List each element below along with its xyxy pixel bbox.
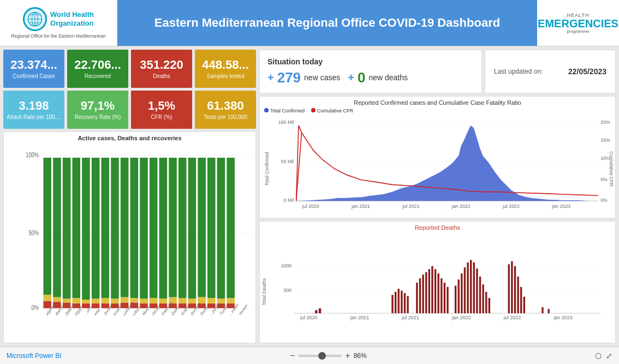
svg-rect-141 [444, 283, 445, 313]
svg-text:5%: 5% [600, 177, 608, 182]
svg-text:20%: 20% [600, 120, 610, 125]
svg-rect-128 [398, 289, 400, 313]
zoom-controls: − + 86% [290, 351, 367, 361]
svg-rect-41 [140, 299, 148, 304]
attack-rate-value: 3.198 [19, 99, 49, 112]
dashboard-title: Eastern Mediterranean Regional Office CO… [154, 16, 500, 30]
deaths-tile: 351.220 Deaths [131, 50, 192, 88]
who-logo-circle [23, 7, 47, 31]
svg-rect-125 [319, 308, 321, 313]
svg-rect-61 [207, 158, 216, 298]
new-cases-label: new cases [304, 73, 340, 82]
svg-rect-159 [520, 287, 522, 313]
svg-rect-67 [227, 158, 235, 298]
svg-rect-22 [82, 158, 90, 300]
confirmed-cases-chart: Reported Confirmed cases and Cumulative … [259, 96, 616, 218]
samples-tested-value: 448.58... [202, 58, 249, 71]
chart-legend: Total Confirmed Cumulative CFR [260, 107, 615, 115]
svg-rect-139 [438, 273, 439, 313]
svg-text:jul 2021: jul 2021 [402, 204, 419, 209]
svg-rect-147 [467, 262, 468, 313]
svg-rect-17 [63, 299, 71, 303]
logo-subtitle: Regional Office for the Eastern Mediterr… [11, 33, 105, 39]
svg-rect-130 [404, 293, 406, 313]
svg-rect-49 [169, 158, 177, 297]
svg-text:Total Deaths: Total Deaths [261, 278, 267, 305]
svg-rect-145 [461, 273, 462, 313]
powerbi-link[interactable]: Microsoft Power BI [7, 352, 62, 360]
svg-rect-52 [178, 158, 187, 298]
new-cases-value: 279 [277, 69, 301, 86]
cfr-value: 1,5% [148, 99, 175, 112]
svg-rect-11 [43, 295, 51, 301]
svg-rect-10 [43, 158, 51, 295]
recovery-rate-label: Recovery Rate (%) [75, 114, 121, 120]
svg-rect-16 [63, 158, 71, 299]
tests-per-100k-label: Tests per 100,000 [204, 114, 247, 120]
svg-rect-156 [511, 261, 513, 313]
svg-text:500: 500 [283, 288, 291, 293]
svg-rect-20 [72, 298, 80, 303]
svg-text:100%: 100% [26, 151, 39, 158]
svg-rect-134 [422, 275, 424, 313]
svg-rect-124 [315, 310, 317, 313]
recovered-tile: 22.706... Recovered [67, 50, 128, 88]
svg-text:15%: 15% [600, 138, 610, 143]
svg-text:0%: 0% [600, 198, 608, 203]
svg-rect-152 [482, 284, 484, 313]
situation-today-label: Situation today [267, 57, 474, 66]
zoom-minus-button[interactable]: − [290, 351, 295, 361]
fullscreen-icon[interactable]: ⤢ [606, 351, 612, 360]
svg-text:jul 2020: jul 2020 [302, 204, 319, 209]
dashboard-container: World Health Organization Regional Offic… [0, 0, 619, 364]
svg-text:jan 2021: jan 2021 [351, 204, 370, 209]
svg-rect-127 [395, 292, 396, 313]
svg-rect-161 [541, 307, 543, 313]
share-icon[interactable]: ⬡ [595, 351, 602, 360]
svg-text:Yemen: Yemen [238, 303, 248, 317]
svg-rect-43 [150, 158, 158, 298]
corner-icons: ⬡ ⤢ [595, 351, 612, 360]
svg-text:jul 2022: jul 2022 [502, 204, 520, 209]
svg-text:jan 2022: jan 2022 [451, 204, 471, 209]
svg-rect-131 [407, 296, 408, 313]
total-confirmed-legend-label: Total Confirmed [270, 108, 305, 114]
svg-text:jan 2021: jan 2021 [350, 315, 369, 320]
svg-rect-46 [159, 158, 168, 299]
svg-rect-34 [121, 158, 129, 297]
svg-text:50 Mil: 50 Mil [281, 159, 294, 164]
stats-row-1: 23.374... Confirmed Cases 22.706... Reco… [3, 50, 256, 88]
info-row: Situation today + 279 new cases + 0 new … [259, 50, 616, 93]
line-chart-title: Reported Confirmed cases and Cumulative … [260, 97, 615, 107]
svg-rect-155 [508, 264, 510, 313]
line-chart-svg: 100 Mil 50 Mil 0 Mil Total Confirmed 20%… [260, 115, 615, 211]
main-content: 23.374... Confirmed Cases 22.706... Reco… [0, 46, 619, 347]
right-panel: Situation today + 279 new cases + 0 new … [259, 46, 619, 347]
svg-text:jul 2022: jul 2022 [503, 315, 521, 320]
left-panel: 23.374... Confirmed Cases 22.706... Reco… [0, 46, 259, 347]
zoom-slider[interactable] [298, 355, 342, 357]
cfr-legend-label: Cumulative CFR [317, 108, 353, 114]
svg-rect-143 [455, 286, 456, 314]
svg-rect-26 [92, 299, 100, 304]
total-confirmed-legend-dot [264, 108, 269, 112]
cfr-tile: 1,5% CFR (%) [131, 91, 192, 129]
who-text: World Health [50, 10, 94, 19]
stats-row-2: 3.198 Attack Rate per 100.... 97,1% Reco… [3, 91, 256, 129]
cfr-label: CFR (%) [151, 114, 172, 120]
plus-new-cases-icon: + [267, 71, 274, 84]
svg-text:Reporting date: Reporting date [431, 210, 463, 211]
svg-rect-40 [140, 158, 148, 299]
zoom-slider-thumb[interactable] [318, 352, 326, 360]
samples-tested-tile: 448.58... Samples tested [195, 50, 256, 88]
zoom-plus-button[interactable]: + [345, 351, 350, 361]
emergencies-main-label: EMERGENCIES [538, 18, 618, 29]
svg-rect-135 [425, 272, 427, 313]
samples-tested-label: Samples tested [207, 73, 245, 79]
svg-rect-154 [489, 298, 490, 313]
deaths-chart: Reported Deaths 1000 500 Total Deaths ju… [259, 221, 616, 343]
svg-rect-13 [53, 158, 61, 297]
svg-rect-162 [548, 309, 550, 313]
svg-text:50%: 50% [28, 229, 39, 237]
svg-rect-56 [188, 299, 197, 304]
